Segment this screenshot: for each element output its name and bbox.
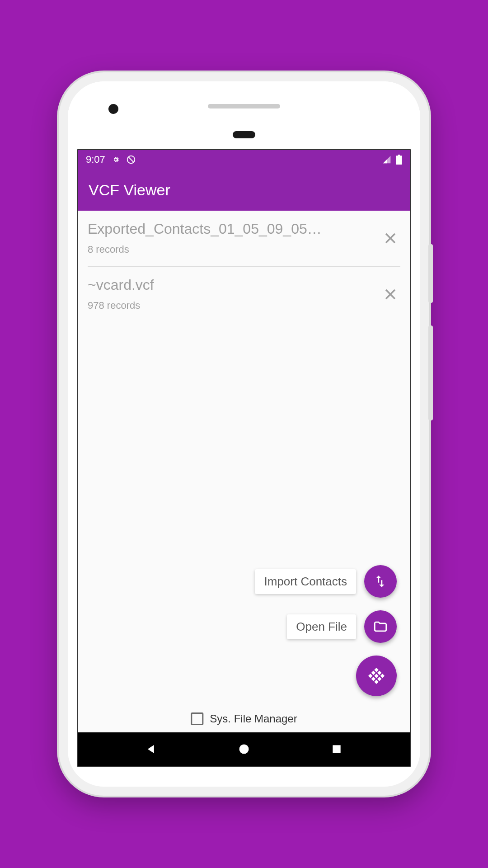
status-time: 9:07 [86,154,105,165]
nav-recents-button[interactable] [328,740,346,758]
svg-rect-16 [374,680,378,684]
svg-rect-3 [398,155,400,156]
svg-rect-11 [368,674,372,678]
cellular-signal-icon [382,155,391,164]
open-file-label: Open File [287,614,356,639]
sys-file-manager-checkbox-row[interactable]: Sys. File Manager [191,712,297,725]
battery-icon [396,155,402,165]
phone-bezel-top [68,81,420,149]
file-name: Exported_Contacts_01_05_09_05… [88,221,375,237]
file-name: ~vcard.vcf [88,277,375,293]
file-records: 8 records [88,244,375,255]
content-area: Exported_Contacts_01_05_09_05… 8 records… [78,211,410,732]
svg-line-1 [128,157,133,162]
import-contacts-fab[interactable] [364,565,397,598]
open-file-fab[interactable] [364,610,397,643]
square-recents-icon [331,743,343,755]
close-icon [383,231,398,246]
checkbox-label: Sys. File Manager [210,712,297,725]
phone-frame: 9:07 VCF V [59,72,429,796]
nav-home-button[interactable] [235,740,253,758]
file-list-item[interactable]: ~vcard.vcf 978 records [88,267,400,322]
status-bar: 9:07 [78,150,410,169]
phone-inner: 9:07 VCF V [68,81,420,787]
svg-rect-12 [374,674,378,678]
fab-stack: Import Contacts Open File [255,565,397,696]
svg-rect-13 [380,674,385,678]
speaker-slot [208,104,280,108]
svg-rect-2 [396,156,402,165]
app-bar: VCF Viewer [78,169,410,211]
triangle-back-icon [145,743,158,755]
phone-bezel-bottom [68,767,420,787]
svg-rect-18 [333,745,341,753]
remove-file-button[interactable] [380,284,400,304]
import-contacts-label: Import Contacts [255,569,356,594]
nav-back-button[interactable] [142,740,160,758]
file-list: Exported_Contacts_01_05_09_05… 8 records… [78,211,410,322]
remove-file-button[interactable] [380,228,400,248]
folder-icon [373,619,388,634]
apps-grid-icon [367,667,385,685]
close-icon [383,287,398,302]
screen: 9:07 VCF V [77,149,411,767]
power-button[interactable] [428,244,433,303]
svg-rect-15 [377,677,381,681]
sensor-pill [233,131,255,138]
checkbox-unchecked-icon[interactable] [191,712,203,725]
svg-point-17 [239,745,249,754]
circle-home-icon [238,743,250,755]
svg-rect-14 [371,677,375,681]
navigation-bar [78,732,410,766]
settings-gear-icon [112,156,120,164]
main-fab[interactable] [356,656,397,696]
app-title: VCF Viewer [89,181,170,199]
import-export-icon [373,574,388,589]
file-list-item[interactable]: Exported_Contacts_01_05_09_05… 8 records [88,211,400,267]
file-records: 978 records [88,300,375,311]
camera-dot [108,104,118,114]
svg-rect-9 [371,671,375,675]
svg-rect-10 [377,671,381,675]
do-not-disturb-icon [126,155,136,165]
svg-rect-8 [374,668,378,672]
volume-button[interactable] [428,326,433,420]
